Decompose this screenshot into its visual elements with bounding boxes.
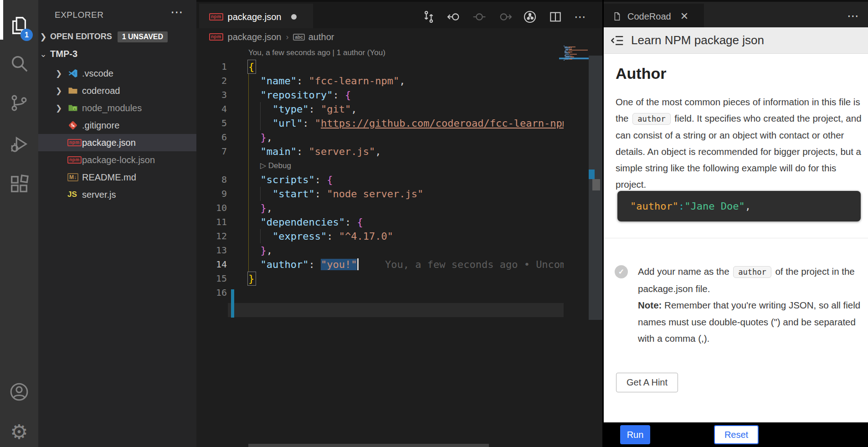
explorer-more-actions-icon[interactable]: ⋯ bbox=[170, 5, 183, 20]
task-check-icon: ✓ bbox=[615, 265, 628, 278]
line-number: 1 bbox=[196, 60, 227, 74]
activity-explorer-files-icon[interactable]: 1 bbox=[0, 5, 38, 46]
code-editor[interactable]: You, a few seconds ago | 1 author (You)1… bbox=[196, 46, 604, 447]
timeline-icon[interactable] bbox=[521, 8, 539, 26]
code-text: { bbox=[248, 60, 254, 74]
line-number: 2 bbox=[196, 74, 227, 88]
code-line-12[interactable]: 12"express": "^4.17.0" bbox=[196, 229, 564, 243]
npm-icon: npm bbox=[67, 156, 82, 164]
code-text: "main": "server.js", bbox=[248, 144, 381, 159]
js-icon: JS bbox=[67, 190, 82, 199]
code-line-10[interactable]: 10}, bbox=[196, 201, 564, 215]
codelens-debug[interactable]: ▷ Debug bbox=[260, 159, 291, 173]
code-line-16[interactable]: 16 bbox=[196, 286, 564, 300]
chevron-right-icon[interactable]: ❯ bbox=[38, 32, 48, 42]
tree-item-server-js[interactable]: JSserver.js bbox=[38, 186, 196, 203]
activity-run-debug-run-debug-icon[interactable] bbox=[0, 124, 38, 164]
task-item: ✓ Add your name as the author of the pro… bbox=[615, 263, 864, 347]
get-hint-button[interactable]: Get A Hint bbox=[616, 373, 678, 392]
editor-scrollbar[interactable] bbox=[589, 28, 602, 447]
code-line-9[interactable]: 9"start": "node server.js" bbox=[196, 187, 564, 201]
chevron-right-icon: ❯ bbox=[56, 69, 67, 78]
activity-source-control-source-control-icon[interactable] bbox=[0, 83, 38, 123]
lesson-header: Learn NPM package json bbox=[604, 27, 868, 54]
indent-guide-active bbox=[248, 74, 249, 272]
code-line-1[interactable]: 1{ bbox=[196, 60, 564, 74]
activity-account-account-icon[interactable] bbox=[0, 372, 38, 412]
minimap-line bbox=[569, 59, 572, 60]
chevron-down-icon[interactable]: ⌄ bbox=[38, 49, 48, 59]
current-change-icon[interactable] bbox=[470, 8, 488, 26]
divider bbox=[604, 238, 868, 238]
code-text: }, bbox=[248, 201, 272, 215]
code-line-5[interactable]: 5"url": "https://github.com/coderoad/fcc… bbox=[196, 116, 564, 130]
line-number: 13 bbox=[196, 243, 227, 257]
code-line-15[interactable]: 15} bbox=[196, 272, 564, 286]
activity-search-search-icon[interactable] bbox=[0, 43, 38, 83]
panel-more-actions-icon[interactable]: ⋯ bbox=[847, 9, 860, 23]
file-icon bbox=[612, 11, 622, 21]
tree-item-label: README.md bbox=[82, 172, 136, 183]
tree-item-package-lock-json[interactable]: npmpackage-lock.json bbox=[38, 151, 196, 169]
root-folder-header[interactable]: ⌄ TMP-3 bbox=[38, 46, 196, 62]
code-line-3[interactable]: 3"repository": { bbox=[196, 88, 564, 102]
activity-bar: 1⚙ bbox=[0, 0, 38, 447]
activity-settings-gear-icon[interactable]: ⚙ bbox=[0, 412, 38, 447]
back-to-list-icon[interactable] bbox=[611, 34, 625, 47]
indent-guide bbox=[260, 187, 261, 201]
tree-item-node-modules[interactable]: ❯snode_modules bbox=[38, 99, 196, 117]
activity-badge: 1 bbox=[21, 29, 33, 41]
code-line-8[interactable]: 8"scripts": { bbox=[196, 173, 564, 187]
code-line-13[interactable]: 13}, bbox=[196, 243, 564, 257]
chevron-right-icon: ❯ bbox=[56, 103, 67, 113]
panel-bottom-bar: Run Reset bbox=[604, 422, 868, 447]
vscode-folder-icon bbox=[67, 68, 82, 79]
tree-item-coderoad[interactable]: ❯coderoad bbox=[38, 82, 196, 99]
breadcrumb-symbol[interactable]: author bbox=[308, 32, 334, 42]
close-icon[interactable]: ✕ bbox=[680, 10, 688, 22]
minimap-line bbox=[569, 50, 588, 51]
panel-tab-label: CodeRoad bbox=[627, 11, 671, 22]
cursor-decoration bbox=[592, 179, 600, 190]
code-line-2[interactable]: 2"name": "fcc-learn-npm", bbox=[196, 74, 564, 88]
horizontal-scrollbar[interactable] bbox=[248, 444, 489, 447]
code-line-6[interactable]: 6}, bbox=[196, 130, 564, 144]
modified-dot-icon[interactable] bbox=[291, 14, 297, 20]
split-editor-icon[interactable] bbox=[546, 8, 565, 26]
tab-coderoad[interactable]: CodeRoad ✕ bbox=[604, 4, 704, 29]
minimap-line bbox=[564, 60, 565, 61]
tree-item-README-md[interactable]: M↓README.md bbox=[38, 169, 196, 186]
open-editors-header[interactable]: ❯ OPEN EDITORS 1 UNSAVED bbox=[38, 28, 196, 45]
modified-decoration bbox=[589, 170, 595, 179]
breadcrumb[interactable]: npm package.json › abc author bbox=[196, 28, 604, 46]
run-button[interactable]: Run bbox=[620, 425, 650, 444]
markdown-icon: M↓ bbox=[67, 173, 82, 181]
open-changes-icon[interactable] bbox=[420, 8, 438, 26]
code-line-4[interactable]: 4"type": "git", bbox=[196, 102, 564, 116]
open-editors-label: OPEN EDITORS bbox=[50, 32, 112, 41]
codelens-authors[interactable]: You, a few seconds ago | 1 author (You) bbox=[248, 46, 385, 60]
code-line-7[interactable]: 7"main": "server.js", bbox=[196, 144, 564, 159]
activity-extensions-extensions-icon[interactable] bbox=[0, 164, 38, 204]
window-edge-sliver bbox=[0, 0, 3, 40]
code-line-14[interactable]: 14"author": "you!"You, a few seconds ago… bbox=[196, 257, 564, 272]
previous-change-icon[interactable] bbox=[445, 8, 463, 26]
tree-item--gitignore[interactable]: .gitignore bbox=[38, 117, 196, 134]
code-line-11[interactable]: 11"dependencies": { bbox=[196, 215, 564, 229]
tree-item-package-json[interactable]: npmpackage.json bbox=[38, 134, 196, 151]
line-number: 12 bbox=[196, 229, 227, 243]
section-heading: Author bbox=[616, 65, 666, 82]
minimap-selection-line bbox=[559, 58, 589, 59]
tab-package-json[interactable]: npm package.json bbox=[199, 4, 313, 30]
panel-tab-strip: CodeRoad ✕ ⋯ bbox=[604, 0, 868, 27]
reset-button[interactable]: Reset bbox=[714, 425, 759, 444]
breadcrumb-separator: › bbox=[286, 32, 288, 42]
more-actions-icon[interactable]: ⋯ bbox=[571, 8, 590, 26]
tree-item--vscode[interactable]: ❯.vscode bbox=[38, 65, 196, 82]
minimap-line bbox=[565, 57, 570, 57]
breadcrumb-file[interactable]: package.json bbox=[228, 32, 282, 42]
next-change-icon[interactable] bbox=[496, 8, 514, 26]
task-text: Add your name as the author of the proje… bbox=[638, 263, 863, 347]
coderoad-panel: CodeRoad ✕ ⋯ Learn NPM package json Auth… bbox=[604, 0, 868, 447]
minimap[interactable] bbox=[564, 45, 588, 99]
